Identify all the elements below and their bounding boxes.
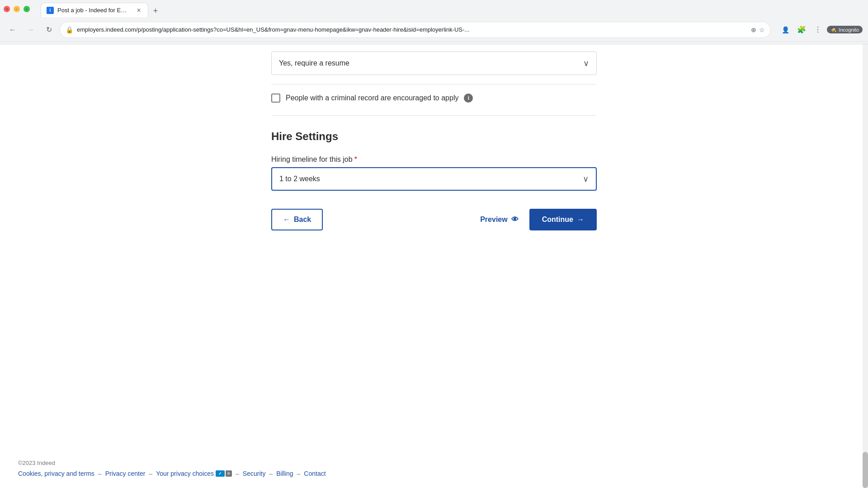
footer-sep-2: – — [149, 470, 152, 477]
section-divider-1 — [271, 84, 597, 84]
incognito-badge: 🕵 Incognito — [827, 26, 863, 33]
footer-sep-3: – — [236, 470, 239, 477]
reload-button[interactable]: ↻ — [42, 23, 56, 37]
preview-button[interactable]: Preview 👁 — [480, 209, 518, 230]
minimize-window-button[interactable]: − — [14, 6, 20, 12]
back-nav-button[interactable]: ← — [5, 23, 20, 37]
info-icon[interactable]: i — [464, 94, 473, 103]
required-star: * — [354, 155, 357, 164]
main-content: Yes, require a resume ∨ People with a cr… — [262, 44, 606, 452]
footer: ©2023 Indeed Cookies, privacy and terms … — [0, 452, 868, 488]
your-privacy-choices-link[interactable]: Your privacy choices — [156, 470, 214, 477]
scrollbar-track — [863, 44, 868, 488]
hire-settings-divider — [271, 115, 597, 116]
address-text: employers.indeed.com/p/posting/applicati… — [77, 26, 747, 33]
tab-close-button[interactable]: ✕ — [135, 7, 142, 14]
page-content: Yes, require a resume ∨ People with a cr… — [0, 44, 868, 488]
cookies-privacy-terms-link[interactable]: Cookies, privacy and terms — [18, 470, 94, 477]
footer-copyright: ©2023 Indeed — [18, 460, 850, 466]
privacy-choices-badge: ✓ ✕ — [216, 470, 232, 477]
nav-right-buttons: Preview 👁 Continue → — [480, 209, 597, 230]
continue-button[interactable]: Continue → — [529, 209, 597, 230]
window-controls: ✕ − + — [4, 6, 30, 12]
back-arrow-icon: ← — [283, 216, 290, 224]
tab-bar: i Post a job - Indeed for Employ... ✕ + — [37, 1, 165, 17]
resume-dropdown-value: Yes, require a resume — [279, 59, 349, 67]
tab-title: Post a job - Indeed for Employ... — [57, 7, 130, 14]
browser-actions: 👤 🧩 ⋮ 🕵 Incognito — [778, 23, 863, 37]
resume-section: Yes, require a resume ∨ — [271, 52, 597, 75]
tab-favicon: i — [47, 7, 54, 14]
title-bar: ✕ − + i Post a job - Indeed for Employ..… — [0, 0, 868, 18]
profile-button[interactable]: 👤 — [778, 23, 793, 37]
extensions-icon[interactable]: ⊕ — [751, 26, 756, 33]
billing-link[interactable]: Billing — [276, 470, 293, 477]
footer-links: Cookies, privacy and terms – Privacy cen… — [18, 470, 850, 477]
footer-sep-5: – — [297, 470, 301, 477]
address-bar-icons: ⊕ ☆ — [751, 26, 765, 33]
privacy-x-icon: ✕ — [226, 470, 232, 477]
new-tab-button[interactable]: + — [149, 5, 162, 17]
resume-dropdown[interactable]: Yes, require a resume ∨ — [271, 52, 597, 75]
privacy-check-icon: ✓ — [216, 470, 225, 477]
security-link[interactable]: Security — [243, 470, 266, 477]
criminal-record-label: People with a criminal record are encour… — [286, 94, 458, 102]
menu-button[interactable]: ⋮ — [811, 23, 825, 37]
criminal-record-row: People with a criminal record are encour… — [271, 94, 597, 103]
hire-settings-section: Hire Settings Hiring timeline for this j… — [271, 130, 597, 191]
forward-nav-button[interactable]: → — [24, 23, 38, 37]
hiring-timeline-field: Hiring timeline for this job * 1 to 2 we… — [271, 155, 597, 191]
hiring-timeline-value: 1 to 2 weeks — [279, 175, 320, 183]
maximize-window-button[interactable]: + — [24, 6, 30, 12]
chevron-down-icon: ∨ — [583, 58, 589, 68]
back-button[interactable]: ← Back — [271, 209, 323, 230]
footer-sep-1: – — [98, 470, 102, 477]
footer-sep-4: – — [269, 470, 273, 477]
privacy-center-link[interactable]: Privacy center — [105, 470, 146, 477]
hiring-timeline-label: Hiring timeline for this job * — [271, 155, 597, 164]
browser-chrome: ✕ − + i Post a job - Indeed for Employ..… — [0, 0, 868, 44]
preview-eye-icon: 👁 — [511, 216, 519, 224]
hire-settings-title: Hire Settings — [271, 130, 597, 143]
bookmark-icon[interactable]: ☆ — [759, 26, 765, 33]
navigation-buttons: ← Back Preview 👁 Continue → — [271, 209, 597, 230]
hiring-timeline-dropdown[interactable]: 1 to 2 weeks ∨ — [271, 167, 597, 191]
extensions-button[interactable]: 🧩 — [794, 23, 809, 37]
criminal-record-checkbox[interactable] — [271, 94, 280, 103]
continue-arrow-icon: → — [577, 216, 584, 224]
active-tab[interactable]: i Post a job - Indeed for Employ... ✕ — [41, 3, 148, 17]
address-bar[interactable]: 🔒 employers.indeed.com/p/posting/applica… — [60, 22, 771, 38]
navigation-bar: ← → ↻ 🔒 employers.indeed.com/p/posting/a… — [0, 18, 868, 42]
close-window-button[interactable]: ✕ — [4, 6, 10, 12]
contact-link[interactable]: Contact — [304, 470, 326, 477]
hiring-timeline-chevron-icon: ∨ — [583, 174, 589, 184]
lock-icon: 🔒 — [66, 26, 73, 33]
scrollbar-thumb[interactable] — [863, 452, 868, 488]
